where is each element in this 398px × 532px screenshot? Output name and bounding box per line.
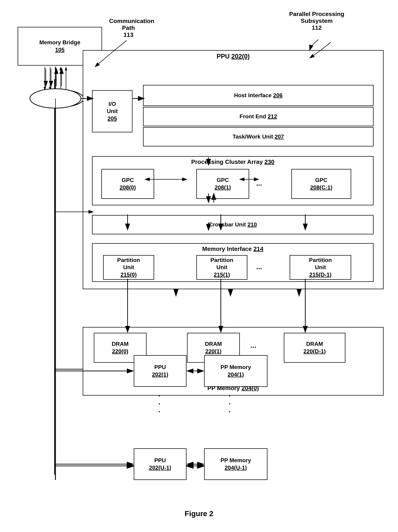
ppu-u1-number: 202(U-1) — [149, 464, 171, 472]
partition-unit-0-box: PartitionUnit 215(0) — [103, 255, 154, 280]
gpc-1-box: GPC 208(1) — [196, 169, 249, 199]
gpc-0-label: GPC — [122, 177, 134, 184]
pp-memory-1-box: PP Memory 204(1) — [204, 355, 267, 387]
ppu-1-box: PPU 202(1) — [134, 355, 186, 387]
gpc-0-box: GPC 208(0) — [101, 169, 154, 199]
partition-unit-d1-box: PartitionUnit 215(D-1) — [290, 255, 351, 280]
svg-point-46 — [30, 89, 81, 108]
svg-marker-44 — [44, 87, 46, 90]
pp-memory-u1-label: PP Memory — [220, 457, 251, 464]
partition-unit-d1-label: PartitionUnit — [309, 257, 332, 271]
svg-marker-45 — [49, 87, 51, 90]
crossbar-unit-label: Crossbar Unit 210 — [209, 221, 257, 228]
ppu-1-number: 202(1) — [152, 371, 168, 378]
svg-marker-42 — [59, 67, 62, 70]
partition-unit-0-number: 215(0) — [121, 271, 137, 279]
partition-unit-1-number: 215(1) — [214, 271, 230, 279]
pps-arrow — [308, 38, 322, 52]
task-work-unit-label: Task/Work Unit 207 — [233, 133, 284, 140]
svg-marker-43 — [65, 67, 67, 70]
ppu-dots-1: ··· — [158, 392, 161, 416]
gpc-0-number: 208(0) — [120, 184, 136, 191]
dram-d1-number: 220(D-1) — [303, 348, 326, 355]
communication-path-label: Communication Path 113 — [109, 18, 148, 38]
dram-1-number: 220(1) — [205, 348, 222, 355]
memory-bridge-number: 105 — [55, 46, 64, 54]
ppu-u1-box: PPU 202(U-1) — [134, 448, 186, 480]
partition-unit-1-label: PartitionUnit — [211, 257, 233, 271]
partition-unit-d1-number: 215(D-1) — [309, 271, 332, 279]
gpc-dots: ··· — [256, 181, 262, 189]
front-end-label: Front End 212 — [239, 113, 277, 120]
pp-memory-1-label: PP Memory — [220, 364, 251, 371]
host-interface-label: Host Interface 206 — [234, 92, 282, 99]
ppu-1-label: PPU — [154, 364, 166, 371]
partition-unit-0-label: PartitionUnit — [117, 257, 140, 271]
dram-0-label: DRAM — [112, 340, 129, 348]
diagram: Memory Bridge 105 Communication Path 113… — [0, 0, 398, 532]
io-unit-label: I/OUnit — [107, 100, 118, 115]
dram-0-number: 220(0) — [112, 348, 128, 355]
io-unit-box: I/OUnit 205 — [92, 90, 133, 132]
memory-bridge-label: Memory Bridge — [39, 39, 80, 46]
dram-d1-label: DRAM — [306, 340, 323, 348]
gpc-c1-label: GPC — [315, 177, 327, 184]
pp-memory-u1-number: 204(U-1) — [225, 464, 247, 472]
gpc-c1-number: 208(C-1) — [310, 184, 332, 191]
figure-label: Figure 2 — [185, 509, 213, 518]
dram-1-label: DRAM — [205, 340, 222, 348]
gpc-1-number: 208(1) — [215, 184, 231, 191]
dram-d1-box: DRAM 220(D-1) — [284, 333, 345, 363]
ppu-main-box: PPU 202(0) I/OUnit 205 Host Interface 20… — [83, 50, 384, 289]
dram-dots: ··· — [250, 343, 256, 351]
ppu-main-title: PPU 202(0) — [83, 53, 383, 60]
parallel-processing-subsystem-label: Parallel Processing Subsystem 112 — [273, 11, 361, 31]
pp-memory-u1-box: PP Memory 204(U-1) — [204, 448, 267, 480]
memory-interface-box: Memory Interface 214 PartitionUnit 215(0… — [92, 243, 373, 282]
ppu-u1-label: PPU — [154, 457, 166, 464]
partition-dots: ··· — [256, 265, 262, 273]
pp-memory-1-number: 204(1) — [228, 371, 244, 378]
processing-cluster-array-box: Processing Cluster Array 230 GPC 208(0) … — [92, 156, 373, 205]
task-work-unit-box: Task/Work Unit 207 — [143, 127, 373, 146]
memory-interface-label: Memory Interface 214 — [93, 245, 373, 252]
pp-memory-dots-1: ··· — [229, 392, 231, 416]
gpc-1-label: GPC — [217, 177, 229, 184]
front-end-box: Front End 212 — [143, 107, 373, 126]
gpc-c1-box: GPC 208(C-1) — [291, 169, 351, 199]
host-interface-box: Host Interface 206 — [143, 85, 373, 106]
pca-label: Processing Cluster Array 230 — [93, 158, 373, 165]
crossbar-unit-box: Crossbar Unit 210 — [92, 215, 373, 234]
svg-point-12 — [34, 90, 83, 107]
io-unit-number: 205 — [108, 115, 117, 122]
partition-unit-1-box: PartitionUnit 215(1) — [196, 255, 247, 280]
